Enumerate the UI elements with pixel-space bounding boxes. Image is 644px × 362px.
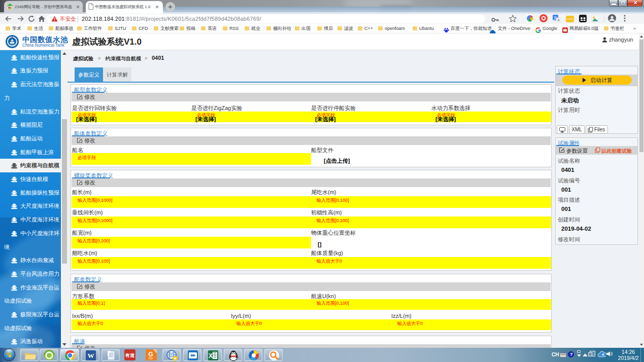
svg-text:G: G — [148, 351, 153, 358]
svg-text:X: X — [209, 352, 213, 359]
svg-text:有道: 有道 — [125, 353, 135, 358]
svg-text:W: W — [88, 352, 94, 359]
svg-text:PDF: PDF — [149, 357, 153, 360]
svg-text:A: A — [557, 18, 560, 22]
